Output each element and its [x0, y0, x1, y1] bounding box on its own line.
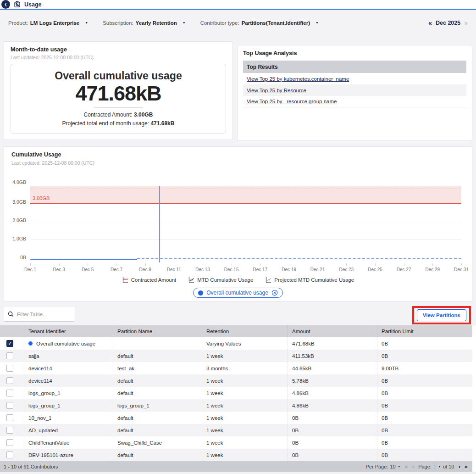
current-month-label: Dec 2025: [436, 20, 460, 26]
chevron-down-icon: ▼: [398, 465, 401, 468]
view-top-25-link[interactable]: View Top 25 by kubernetes.container_name: [247, 76, 349, 82]
x-axis-tick: [203, 263, 203, 266]
y-axis-label: 3.0GB: [7, 199, 26, 205]
row-checkbox-cell: [0, 387, 24, 399]
legend-item-mtd-cumulative-usage[interactable]: MTD Cumulative Usage: [188, 277, 253, 283]
mtd-usage-legend-icon: [188, 277, 194, 283]
current-day-marker-line: [159, 186, 160, 262]
product-filter-dropdown[interactable]: Product: LM Logs Enterprise ▼: [8, 20, 88, 26]
usage-database-percent-icon: [13, 0, 21, 8]
row-checkbox[interactable]: [6, 365, 13, 372]
back-button[interactable]: ❮: [1, 0, 10, 9]
row-checkbox[interactable]: [6, 439, 13, 446]
cell-partition-name: default: [113, 387, 202, 399]
row-checkbox-cell: [0, 412, 24, 424]
per-page-label: Per Page:: [365, 464, 388, 469]
header-retention: Retention: [202, 325, 288, 337]
first-page-button[interactable]: «: [405, 463, 408, 470]
view-partitions-button[interactable]: View Partitions: [417, 309, 466, 321]
contributor-type-value: Partitions(Tenant.Identifier): [242, 20, 310, 26]
x-axis-tick: [30, 263, 31, 266]
cell-partition-limit: 9.00TB: [377, 362, 472, 374]
row-checkbox[interactable]: [6, 427, 13, 434]
contributor-type-label: Contributor type:: [200, 20, 239, 26]
cell-tenant-identifier: logs_group_1: [24, 387, 113, 399]
cell-amount: 0B: [288, 436, 377, 449]
previous-page-button[interactable]: ‹: [412, 463, 414, 470]
contributor-type-filter-dropdown[interactable]: Contributor type: Partitions(Tenant.Iden…: [200, 20, 319, 26]
cell-retention: 3 months: [202, 362, 288, 374]
legend-item-contracted-amount[interactable]: Contracted Amount: [122, 277, 176, 283]
filter-bar: Product: LM Logs Enterprise ▼ Subscripti…: [0, 10, 476, 36]
threshold-label: 3.00GB: [33, 195, 50, 201]
next-month-button[interactable]: »: [464, 19, 468, 27]
chevron-down-icon: ▼: [85, 21, 88, 24]
cumulative-usage-card: Cumulative Usage Last updated: 2025-12-0…: [4, 146, 472, 301]
cell-partition-name: default: [113, 424, 202, 436]
page-selector: Page: 1 ▼ of 10: [418, 464, 454, 469]
header-partition-limit: Partition Limit: [377, 325, 472, 337]
contracted-amount-line: Contracted Amount: 3.00GB: [84, 111, 153, 119]
x-axis-tick: [88, 263, 88, 266]
row-checkbox[interactable]: [6, 402, 13, 409]
chevron-down-icon[interactable]: ▼: [438, 465, 441, 468]
header-tenant-identifier: Tenant.Identifier: [24, 325, 113, 337]
current-page-value: 1: [433, 464, 436, 469]
row-checkbox[interactable]: [6, 452, 13, 458]
search-icon: [8, 311, 14, 317]
filter-table-input[interactable]: [17, 312, 71, 317]
row-checkbox-cell: [0, 337, 24, 350]
mtd-last-updated: Last updated: 2025-12-08 00:00 (UTC): [11, 55, 226, 60]
pill-label: Overall cumulative usage: [206, 290, 268, 296]
last-page-button[interactable]: »: [465, 463, 468, 470]
total-pages-label: of 10: [443, 464, 454, 469]
top-results-header: Top Results: [243, 61, 466, 73]
series-color-dot: [198, 290, 203, 296]
cell-retention: 1 week: [202, 350, 288, 362]
cell-amount: 411.53kB: [288, 350, 377, 362]
cell-partition-limit: 0B: [377, 412, 472, 424]
contracted-amount-legend-icon: [122, 277, 128, 283]
y-axis-label: 0B: [7, 255, 26, 260]
cell-amount: 4.86kB: [288, 399, 377, 412]
row-checkbox[interactable]: [6, 377, 13, 384]
overall-usage-metric-box: Overall cumulative usage 471.68kB Contra…: [11, 64, 226, 134]
x-axis-label: Dec 27: [397, 267, 411, 272]
view-top-25-link[interactable]: View Top 25 by Resource: [247, 88, 306, 93]
chevron-down-icon: ▼: [183, 21, 186, 24]
per-page-selector[interactable]: Per Page: 10 ▼: [365, 464, 400, 469]
pill-remove-icon[interactable]: [271, 290, 278, 296]
overall-cumulative-usage-pill[interactable]: Overall cumulative usage: [193, 288, 283, 298]
row-checkbox-cell: [0, 399, 24, 412]
row-checkbox[interactable]: [6, 390, 13, 396]
row-checkbox-checked[interactable]: [6, 340, 13, 347]
cell-amount: 0B: [288, 412, 377, 424]
back-chevron-icon: ❮: [4, 2, 7, 6]
row-checkbox-cell: [0, 374, 24, 387]
row-checkbox-cell: [0, 424, 24, 436]
view-top-25-link[interactable]: View Top 25 by _resource.group.name: [247, 99, 337, 104]
legend-item-projected-mtd-cumulative-usage[interactable]: Projected MTD Cumulative Usage: [265, 277, 354, 283]
next-page-button[interactable]: ›: [458, 463, 460, 470]
row-checkbox[interactable]: [6, 352, 13, 359]
x-axis-tick: [404, 263, 404, 266]
header-checkbox-column: [0, 325, 24, 337]
row-checkbox-cell: [0, 449, 24, 461]
row-checkbox[interactable]: [6, 414, 13, 421]
contracted-area-top-dash: [30, 189, 461, 189]
header-partition-name: Partition Name: [113, 325, 202, 337]
metric-value: 471.68kB: [75, 82, 161, 105]
row-checkbox-cell: [0, 362, 24, 374]
table-row: Overall cumulative usageVarying Values47…: [0, 337, 472, 350]
projected-usage-line: Projected total end of month usage: 471.…: [62, 119, 175, 128]
subscription-filter-dropdown[interactable]: Subscription: Yearly Retention ▼: [103, 20, 186, 26]
previous-month-button[interactable]: «: [428, 19, 432, 27]
cell-tenant-identifier: device114: [24, 362, 113, 374]
x-axis-tick: [116, 263, 117, 266]
y-axis-label: 2.0GB: [7, 217, 26, 223]
x-axis-label: Dec 13: [195, 267, 210, 272]
table-section: Tenant.Identifier Partition Name Retenti…: [0, 325, 476, 472]
table-header-row: Tenant.Identifier Partition Name Retenti…: [0, 325, 472, 337]
x-axis-tick: [375, 263, 376, 266]
top-results-list: View Top 25 by kubernetes.container_name…: [243, 73, 466, 107]
